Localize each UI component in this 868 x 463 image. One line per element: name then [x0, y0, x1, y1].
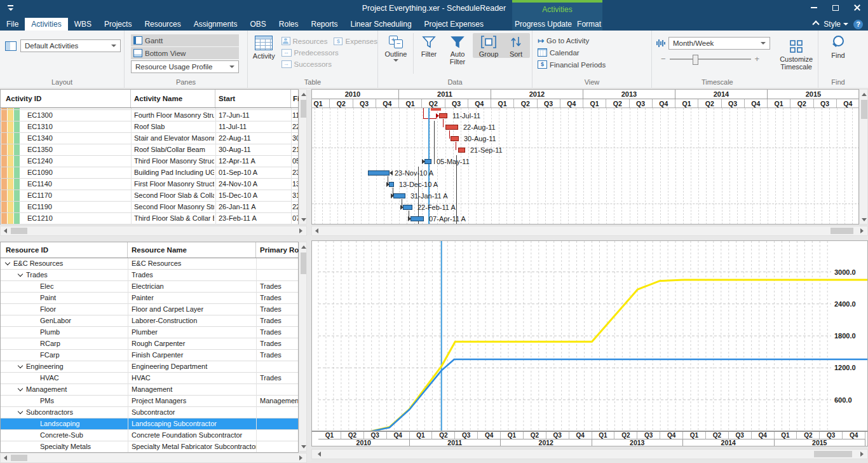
activity-table-hscrollbar[interactable]	[0, 226, 307, 236]
activity-row-EC1190[interactable]: EC1190Second Floor Masonry Structure26-J…	[1, 202, 298, 213]
horizontal-splitter[interactable]	[0, 236, 868, 240]
menu-tab-progress-update[interactable]: Progress Update	[512, 18, 574, 31]
collapse-chevron-icon[interactable]	[18, 363, 23, 368]
column-header-primary-role[interactable]: Primary Role	[256, 242, 299, 258]
hscroll-thumb[interactable]	[814, 451, 852, 457]
close-button[interactable]	[846, 0, 868, 15]
outline-button[interactable]: Outline	[381, 33, 411, 62]
activity-table-vscrollbar[interactable]	[299, 89, 307, 225]
resource-row-pms[interactable]: PMsProject ManagersManagement	[1, 396, 298, 407]
sort-button[interactable]: Sort	[503, 33, 529, 58]
customize-timescale-button[interactable]: Customize Timescale	[775, 37, 818, 71]
bottom-pane-combobox[interactable]: Resource Usage Profile	[131, 60, 239, 73]
timescale-slider[interactable]	[670, 59, 751, 60]
style-button[interactable]: Style	[824, 20, 848, 29]
column-header-resource-name[interactable]: Resource Name	[128, 242, 256, 258]
menu-tab-assignments[interactable]: Assignments	[187, 18, 244, 31]
activity-row-EC1140[interactable]: EC1140First Floor Masonry Structure24-No…	[1, 179, 298, 190]
scroll-left-button[interactable]	[315, 450, 323, 459]
minimize-button[interactable]	[803, 0, 825, 15]
resource-row-engineering[interactable]: EngineeringEngineering Department	[1, 361, 298, 373]
collapse-chevron-icon[interactable]	[18, 386, 23, 391]
menu-tab-file[interactable]: File	[0, 18, 25, 31]
activity-row-EC1240[interactable]: EC1240Third Floor Masonry Structure12-Ap…	[1, 156, 298, 167]
menu-tab-obs[interactable]: OBS	[243, 18, 272, 31]
profile-hscrollbar[interactable]	[311, 449, 868, 459]
resource-row-landscaping[interactable]: LandscapingLandscaping Subcontractor	[1, 418, 298, 430]
scroll-up-button[interactable]	[860, 90, 868, 99]
gantt-bar-red[interactable]	[458, 148, 465, 153]
bottom-view-toggle-button[interactable]: Bottom View	[131, 47, 239, 59]
expenses-button[interactable]: $ Expenses	[334, 36, 377, 46]
gantt-bar-blue[interactable]	[393, 193, 405, 198]
layout-combobox[interactable]: Default Activities	[20, 39, 121, 52]
financial-periods-button[interactable]: $ Financial Periods	[538, 59, 651, 70]
gantt-bar-blue[interactable]	[389, 182, 394, 187]
resource-table-vscrollbar[interactable]	[299, 242, 307, 452]
menu-tab-roles[interactable]: Roles	[273, 18, 305, 31]
resource-row-management[interactable]: ManagementManagement	[1, 384, 298, 396]
column-header-activity-name[interactable]: Activity Name	[131, 90, 215, 107]
menu-tab-resources[interactable]: Resources	[138, 18, 187, 31]
gantt-bar-red[interactable]	[445, 125, 458, 130]
resource-row-e-c-resources[interactable]: E&C ResourcesE&C Resources	[1, 258, 298, 270]
hscroll-thumb[interactable]	[831, 228, 853, 234]
resource-row-floor[interactable]: FloorFloor and Carpet LayerTrades	[1, 304, 298, 315]
zoom-in-button[interactable]: +	[755, 55, 760, 63]
gantt-bar-blue[interactable]	[368, 170, 390, 176]
scroll-down-button[interactable]	[299, 215, 308, 224]
activity-row-EC1310[interactable]: EC1310Roof Slab11-Jul-1122-Aug-11	[1, 121, 298, 133]
gantt-bar-blue[interactable]	[424, 159, 431, 164]
scroll-down-button[interactable]	[860, 215, 868, 224]
gantt-hscrollbar[interactable]	[311, 226, 868, 236]
menu-tab-activities[interactable]: Activities	[25, 18, 67, 31]
auto-filter-button[interactable]: Auto Filter	[442, 33, 473, 66]
menu-tab-reports[interactable]: Reports	[304, 18, 344, 31]
column-header-activity-id[interactable]: Activity ID	[1, 90, 131, 107]
resource-row-genlabor[interactable]: GenLaborLaborer-ConstructionTrades	[1, 315, 298, 327]
gantt-vscrollbar[interactable]	[859, 89, 868, 225]
vscroll-thumb[interactable]	[861, 100, 867, 119]
resource-row-specialty-metals[interactable]: Specialty MetalsSpecialty Metal Fabricat…	[1, 441, 298, 453]
vertical-splitter[interactable]	[307, 89, 311, 462]
menu-tab-wbs[interactable]: WBS	[68, 18, 98, 31]
collapse-chevron-icon[interactable]	[5, 260, 10, 265]
predecessors-button[interactable]: ↔ Predecessors	[281, 47, 377, 58]
collapse-ribbon-icon[interactable]	[813, 20, 820, 27]
successors-button[interactable]: → Successors	[281, 59, 377, 69]
activity-row-EC1350[interactable]: EC1350Roof Slab/Collar Beam30-Aug-1121-S…	[1, 144, 298, 156]
menu-tab-format[interactable]: Format	[574, 18, 604, 31]
resource-row-trades[interactable]: TradesTrades	[1, 270, 298, 281]
zoom-out-button[interactable]: −	[661, 55, 666, 63]
menu-tab-project-expenses[interactable]: Project Expenses	[418, 18, 490, 31]
scroll-left-button[interactable]	[1, 226, 10, 235]
activity-table-button[interactable]: Activity	[252, 33, 276, 69]
activity-row-EC1340[interactable]: EC1340Stair and Elevator Masonry22-Aug-1…	[1, 133, 298, 144]
activity-row-EC1210[interactable]: EC1210Third Floor Slab & Collar Beam23-F…	[1, 213, 298, 225]
resource-row-fcarp[interactable]: FCarpFinish CarpenterTrades	[1, 350, 298, 361]
resource-row-elec[interactable]: ElecElectricianTrades	[1, 281, 298, 293]
scroll-up-button[interactable]	[299, 90, 308, 99]
find-button[interactable]: Find	[820, 33, 856, 59]
hscroll-thumb[interactable]	[11, 455, 27, 461]
resource-row-subcontractors[interactable]: SubcontractorsSubcontractor	[1, 407, 298, 418]
collapse-chevron-icon[interactable]	[18, 272, 23, 277]
resource-row-hvac[interactable]: HVACHVACTrades	[1, 373, 298, 384]
filter-button[interactable]: Filter	[416, 33, 442, 58]
gantt-bar-red[interactable]	[439, 113, 447, 118]
scroll-right-button[interactable]	[296, 453, 305, 462]
scroll-left-button[interactable]	[312, 226, 321, 235]
menu-tab-linear-scheduling[interactable]: Linear Scheduling	[344, 18, 418, 31]
column-header-start[interactable]: Start	[215, 90, 291, 107]
gantt-bar-blue[interactable]	[410, 216, 424, 221]
gantt-bar-blue[interactable]	[403, 205, 412, 210]
scroll-right-button[interactable]	[857, 226, 866, 235]
help-button[interactable]: ?	[853, 20, 863, 29]
go-to-activity-button[interactable]: ↦ Go to Activity	[538, 35, 651, 46]
gantt-bar-red[interactable]	[451, 136, 459, 141]
calendar-button[interactable]: Calendar	[538, 47, 651, 58]
vscroll-thumb[interactable]	[301, 100, 306, 118]
resource-row-rcarp[interactable]: RCarpRough CarpenterTrades	[1, 338, 298, 350]
resource-row-paint[interactable]: PaintPainterTrades	[1, 293, 298, 304]
activity-row-EC1170[interactable]: EC1170Second Floor Slab & Collar Beam15-…	[1, 190, 298, 202]
